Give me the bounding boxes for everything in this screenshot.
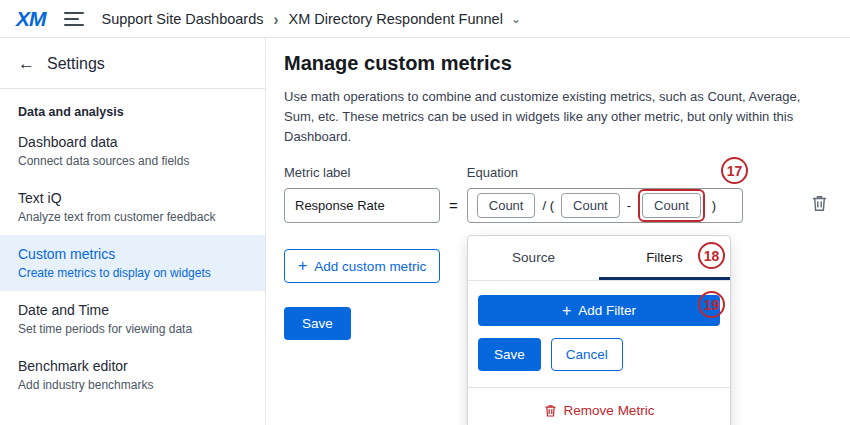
- metric-label-input[interactable]: [284, 188, 440, 223]
- delete-metric-icon[interactable]: [811, 194, 828, 215]
- popup-cancel-button[interactable]: Cancel: [551, 338, 623, 371]
- breadcrumb: Support Site Dashboards › XM Directory R…: [102, 10, 521, 27]
- equation-heading: Equation: [467, 165, 743, 180]
- popup-actions: Save Cancel: [468, 338, 730, 371]
- main-content: Manage custom metrics Use math operation…: [266, 38, 850, 425]
- annotation-18: 18: [698, 242, 725, 269]
- back-arrow-icon: ←: [18, 54, 35, 74]
- count-button-3[interactable]: Count: [642, 193, 701, 218]
- remove-metric-button[interactable]: Remove Metric: [468, 388, 730, 425]
- count-button-1[interactable]: Count: [477, 193, 536, 218]
- equals-sign: =: [449, 197, 458, 214]
- app-root: XM Support Site Dashboards › XM Director…: [0, 0, 850, 425]
- menu-icon[interactable]: [64, 12, 84, 26]
- breadcrumb-dashboards[interactable]: Support Site Dashboards: [102, 11, 264, 27]
- operator-minus: -: [627, 198, 631, 213]
- plus-icon: +: [562, 303, 571, 319]
- topbar: XM Support Site Dashboards › XM Director…: [0, 0, 850, 38]
- page-body: ← Settings Data and analysis Dashboard d…: [0, 38, 850, 425]
- sidebar-item-date-and-time[interactable]: Date and Time Set time periods for viewi…: [0, 291, 265, 347]
- sidebar-item-text-iq[interactable]: Text iQ Analyze text from customer feedb…: [0, 179, 265, 235]
- chevron-right-icon: ›: [274, 9, 279, 29]
- add-custom-metric-button[interactable]: + Add custom metric: [284, 249, 440, 283]
- tab-source[interactable]: Source: [468, 236, 599, 280]
- breadcrumb-current[interactable]: XM Directory Respondent Funnel: [289, 11, 503, 27]
- below-row: + Add custom metric Save Source Filters …: [284, 223, 832, 340]
- operator-divide-open: / (: [542, 198, 554, 213]
- metric-equation-row: Metric label = Equation Count / ( Count …: [284, 165, 832, 223]
- count-button-2[interactable]: Count: [561, 193, 620, 218]
- add-filter-button[interactable]: + Add Filter: [478, 295, 720, 326]
- trash-icon: [544, 403, 557, 418]
- metric-options-popup: Source Filters + Add Filter Save Cancel: [467, 235, 731, 425]
- sidebar-item-custom-metrics[interactable]: Custom metrics Create metrics to display…: [0, 235, 265, 291]
- settings-sidebar: ← Settings Data and analysis Dashboard d…: [0, 38, 266, 425]
- popup-tabs: Source Filters: [468, 236, 730, 281]
- sidebar-item-benchmark-editor[interactable]: Benchmark editor Add industry benchmarks: [0, 347, 265, 403]
- plus-icon: +: [298, 258, 307, 274]
- save-button[interactable]: Save: [284, 307, 351, 340]
- operator-close-paren: ): [712, 198, 716, 213]
- xm-logo[interactable]: XM: [16, 7, 46, 31]
- page-title: Manage custom metrics: [284, 52, 832, 75]
- metric-label-heading: Metric label: [284, 165, 440, 180]
- settings-label: Settings: [47, 55, 105, 73]
- settings-back[interactable]: ← Settings: [0, 38, 265, 89]
- popup-save-button[interactable]: Save: [478, 338, 541, 371]
- annotation-17: 17: [721, 157, 748, 184]
- equation-box: Count / ( Count - Count ): [467, 188, 743, 223]
- annotation-highlight-box: Count: [638, 189, 705, 222]
- section-data-and-analysis: Data and analysis: [0, 89, 265, 123]
- chevron-down-icon[interactable]: ⌄: [511, 12, 521, 26]
- page-description: Use math operations to combine and custo…: [284, 87, 832, 147]
- annotation-19: 19: [698, 291, 725, 318]
- sidebar-item-dashboard-data[interactable]: Dashboard data Connect data sources and …: [0, 123, 265, 179]
